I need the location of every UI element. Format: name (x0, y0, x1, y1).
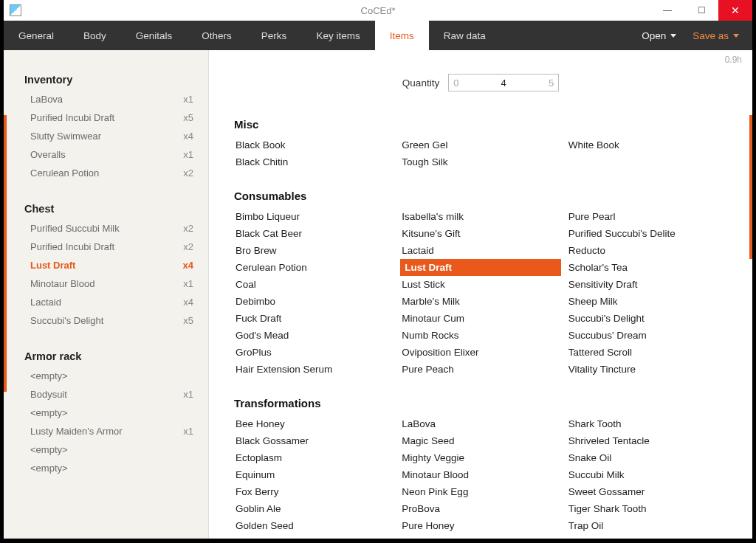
item-option[interactable]: Lust Stick (400, 276, 560, 293)
item-option[interactable]: Shark Tooth (567, 415, 727, 432)
item-option[interactable]: Coal (234, 276, 394, 293)
sidebar-item-label: Purified Incubi Draft (30, 112, 114, 123)
item-option[interactable]: Succubi's Delight (567, 310, 727, 327)
item-option[interactable]: Pure Peach (400, 361, 560, 378)
item-option[interactable]: Black Chitin (234, 153, 394, 170)
item-option[interactable]: Oviposition Elixer (400, 344, 560, 361)
item-option[interactable]: Black Cat Beer (234, 225, 394, 242)
sidebar-item[interactable]: <empty> (4, 367, 208, 385)
item-option[interactable]: Debimbo (234, 293, 394, 310)
item-option[interactable]: God's Mead (234, 327, 394, 344)
item-option[interactable]: Trap Oil (567, 517, 727, 534)
tab-key-items[interactable]: Key items (301, 21, 374, 50)
tab-raw-data[interactable]: Raw data (429, 21, 501, 50)
item-option[interactable]: Bimbo Liqueur (234, 208, 394, 225)
item-option[interactable]: Shriveled Tentacle (567, 432, 727, 449)
item-option[interactable]: Minotaur Cum (400, 310, 560, 327)
item-option[interactable]: Scholar's Tea (567, 259, 727, 276)
sidebar-item[interactable]: <empty> (4, 440, 208, 459)
item-option[interactable]: Purified Succubi's Delite (567, 225, 727, 242)
sidebar-item[interactable]: Minotaur Bloodx1 (4, 274, 208, 293)
item-option[interactable]: Sweet Gossamer (567, 483, 727, 500)
quantity-min: 0 (453, 77, 458, 89)
item-option[interactable]: Sensitivity Draft (567, 276, 727, 293)
open-menu[interactable]: Open (642, 30, 676, 41)
sidebar-item[interactable]: Overallsx1 (4, 145, 208, 164)
item-option[interactable]: ProBova (400, 500, 560, 517)
tab-others[interactable]: Others (187, 21, 247, 50)
sidebar-section-chest: Chest (4, 198, 208, 219)
tab-body[interactable]: Body (69, 21, 121, 50)
sidebar-item[interactable]: Cerulean Potionx2 (4, 164, 208, 182)
sidebar-item[interactable]: Lusty Maiden's Armorx1 (4, 422, 208, 440)
item-option[interactable]: Marble's Milk (400, 293, 560, 310)
tab-perks[interactable]: Perks (247, 21, 302, 50)
sidebar-item-qty: x2 (183, 167, 193, 179)
sidebar-item-qty: x1 (183, 94, 193, 105)
item-option[interactable]: Tattered Scroll (567, 344, 727, 361)
item-option[interactable]: Minotaur Blood (400, 466, 560, 483)
item-option[interactable]: Golden Seed (234, 517, 394, 534)
item-option[interactable]: White Book (567, 136, 727, 153)
item-option[interactable]: Pure Honey (400, 517, 560, 534)
item-option[interactable]: Sheep Milk (567, 293, 727, 310)
item-option[interactable]: Lactaid (400, 242, 560, 259)
item-option[interactable]: Bro Brew (234, 242, 394, 259)
maximize-button[interactable]: ☐ (684, 0, 718, 21)
sidebar-item-label: Overalls (30, 149, 66, 160)
tab-general[interactable]: General (4, 21, 69, 50)
item-option[interactable]: Reducto (567, 242, 727, 259)
item-option[interactable]: Isabella's milk (400, 208, 560, 225)
sidebar-item[interactable]: <empty> (4, 459, 208, 477)
item-option[interactable]: Black Book (234, 136, 394, 153)
item-option[interactable]: Lust Draft (400, 259, 560, 276)
sidebar-item[interactable]: Slutty Swimwearx4 (4, 127, 208, 145)
item-option[interactable]: Kitsune's Gift (400, 225, 560, 242)
item-option[interactable]: Vitality Tincture (567, 361, 727, 378)
item-option[interactable]: LaBova (400, 415, 560, 432)
item-option[interactable]: Neon Pink Egg (400, 483, 560, 500)
item-option[interactable]: Bee Honey (234, 415, 394, 432)
category-misc: Misc (234, 118, 727, 131)
sidebar-item[interactable]: Succubi's Delightx5 (4, 311, 208, 330)
saveas-menu[interactable]: Save as (693, 30, 739, 41)
item-option[interactable]: Magic Seed (400, 432, 560, 449)
item-option[interactable]: Green Gel (400, 136, 560, 153)
sidebar-section-inventory: Inventory (4, 69, 208, 90)
sidebar-item[interactable]: Purified Incubi Draftx5 (4, 108, 208, 127)
item-option[interactable]: Black Gossamer (234, 432, 394, 449)
sidebar-item[interactable]: Lactaidx4 (4, 293, 208, 311)
item-option[interactable]: Succubi Milk (567, 466, 727, 483)
sidebar-item-qty: x2 (183, 223, 193, 234)
sidebar-item-label: Purified Succubi Milk (30, 223, 120, 234)
minimize-button[interactable]: — (650, 0, 684, 21)
sidebar-item-qty: x4 (183, 260, 193, 271)
quantity-input[interactable]: 0 4 5 (448, 74, 559, 91)
item-option[interactable]: Equinum (234, 466, 394, 483)
item-option[interactable]: Tough Silk (400, 153, 560, 170)
item-option[interactable]: Tiger Shark Tooth (567, 500, 727, 517)
item-option[interactable]: Fuck Draft (234, 310, 394, 327)
item-option[interactable]: Hair Extension Serum (234, 361, 394, 378)
sidebar-item[interactable]: Bodysuitx1 (4, 385, 208, 404)
close-button[interactable]: ✕ (718, 0, 752, 21)
item-option[interactable]: Succubus' Dream (567, 327, 727, 344)
tab-genitals[interactable]: Genitals (121, 21, 188, 50)
item-option[interactable]: Ectoplasm (234, 449, 394, 466)
sidebar-item[interactable]: <empty> (4, 404, 208, 422)
sidebar-item-label: Lactaid (30, 297, 61, 308)
item-option[interactable]: Snake Oil (567, 449, 727, 466)
tab-items[interactable]: Items (375, 21, 429, 50)
item-option[interactable]: Mighty Veggie (400, 449, 560, 466)
sidebar-item[interactable]: Purified Succubi Milkx2 (4, 219, 208, 238)
item-option[interactable]: Cerulean Potion (234, 259, 394, 276)
sidebar-item[interactable]: LaBovax1 (4, 90, 208, 108)
item-option[interactable]: Numb Rocks (400, 327, 560, 344)
item-option[interactable]: Fox Berry (234, 483, 394, 500)
sidebar-item-label: Purified Incubi Draft (30, 241, 114, 252)
item-option[interactable]: Goblin Ale (234, 500, 394, 517)
item-option[interactable]: Pure Pearl (567, 208, 727, 225)
sidebar-item[interactable]: Purified Incubi Draftx2 (4, 238, 208, 256)
sidebar-item[interactable]: Lust Draftx4 (4, 256, 208, 274)
item-option[interactable]: GroPlus (234, 344, 394, 361)
